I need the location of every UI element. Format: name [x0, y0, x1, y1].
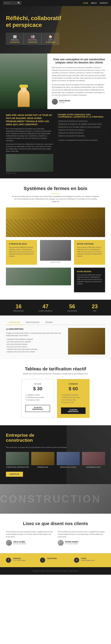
- author-badge: NATE WOOD Founder: [52, 99, 106, 104]
- tab-image: [68, 328, 105, 354]
- ent-img-0: [6, 452, 29, 465]
- address-value: 27 CS Liden Hapen: [13, 560, 26, 561]
- list-item: Systèmes de production de l'importation: [58, 134, 105, 138]
- construction-unique-para2: En tant que leader dans la conception et…: [52, 84, 106, 96]
- house-icon: 🏠: [44, 35, 56, 38]
- stat-1: 47 CLIENTS HEUREUX: [39, 304, 52, 312]
- tab-heading: LA DESCRIPTION: [6, 328, 64, 330]
- ferme-card-1: NOTRE STRATÉGIE Nous proposons différent…: [74, 240, 105, 265]
- ent-label-0: CONCEPTION-CONSTRUCTION: [6, 466, 29, 468]
- voir-plus-button[interactable]: VOIR PLUS: [6, 472, 23, 477]
- nav-about[interactable]: ABOUT: [91, 2, 97, 4]
- tab-content-area: LA DESCRIPTION Curabitur orci tincidunt …: [6, 328, 105, 354]
- search-bar[interactable]: 🔍: [3, 1, 22, 5]
- nav-home[interactable]: HOME: [83, 2, 88, 4]
- hero-icon-link-2[interactable]: En savoir plus: [44, 41, 56, 43]
- pricing-grid: DE BASE $ 30 1 utilisateur complet 1 000…: [6, 379, 105, 418]
- testimonials-grid: Proin sed libero arcu ante non faucibus …: [6, 530, 105, 546]
- author-avatar: [52, 99, 58, 104]
- nav-contact[interactable]: CONTACT: [100, 2, 108, 4]
- author-city-1: 27 CS Liden Hapen: [65, 543, 79, 544]
- tabs-section: DESCRIPTION SPECIFICATIONS REVIEWS LA DE…: [0, 316, 111, 359]
- pays-para2: Lorem ipsum et sit amet arcu. Malesuada …: [6, 143, 53, 152]
- stat-label-3: PRIX: [92, 310, 98, 312]
- entreprise-card-3: INGÉNIEURS CIVILS: [82, 452, 105, 468]
- testimonial-0: Proin sed libero arcu ante non faucibus …: [6, 530, 53, 546]
- footer-phone: 📞 TÉLÉPHONE: [40, 558, 71, 563]
- ferme-img-label: image de Freepik: [40, 262, 71, 263]
- tab-list-item: vulputate amet luctus magna finibus part…: [6, 348, 64, 350]
- location-icon: 📍: [7, 559, 10, 561]
- fermes-divider: [51, 194, 60, 194]
- fermes-section: Systèmes de fermes en bois En tant que l…: [0, 178, 111, 300]
- ent-label-3: INGÉNIEURS CIVILS: [82, 466, 105, 468]
- watermark-text: CONSTRUCTION: [0, 484, 111, 505]
- price-feature: 10 contacts par client: [61, 399, 85, 401]
- tab-content: LA DESCRIPTION Curabitur orci tincidunt …: [6, 328, 64, 354]
- check-item: Experts en aménagement d'environnements …: [58, 139, 105, 142]
- building-icon: 🏢: [9, 35, 21, 38]
- fermes-heading: Systèmes de fermes en bois: [6, 186, 105, 191]
- footer-copyright: Sample text. Click to select the text bo…: [6, 570, 105, 572]
- author-name-1: FRANK KINNEY: [65, 541, 79, 543]
- fermes-grid: À PROPOS DE NOUS Nous proposons différen…: [6, 240, 105, 292]
- buy-basic-button[interactable]: ACHETER MAINTENANT: [26, 405, 50, 412]
- hero-icon-industriel: 🏭 INDUSTRIEL En savoir plus: [24, 33, 41, 45]
- stat-number-0: 16: [13, 304, 24, 310]
- ferme-card-bottom-img: [6, 268, 71, 292]
- price-card-basic: DE BASE $ 30 1 utilisateur complet 1 000…: [22, 379, 54, 418]
- testimonials-section: Lisez ce que disent nos clients Proin se…: [0, 514, 111, 553]
- hero-icon-suite: 🏠 SUITE En savoir plus: [41, 33, 59, 45]
- stat-number-2: 56: [67, 304, 77, 310]
- footer-email: ✉ E-MAIL enterprise@info.com: [74, 558, 105, 563]
- hero-icons: 🏢 IMMEUBLE En savoir plus 🏭 INDUSTRIEL E…: [6, 33, 105, 45]
- construction-unique-heading: Crée une conception et une construction …: [52, 58, 106, 64]
- pays-left: BIEN SÛR, NOUS AVONS FAIT LE TOUR DU PAY…: [6, 114, 53, 174]
- price-feature: 5 contacts par client: [26, 399, 50, 401]
- stat-0: 16 SPÉCIALISTES: [13, 304, 24, 312]
- hero-icon-link-0[interactable]: En savoir plus: [9, 41, 21, 43]
- ent-img-1: [31, 452, 54, 465]
- buy-standard-button[interactable]: ACHETER MAINTENANT: [61, 408, 85, 414]
- pays-img-label: image de Freepik: [6, 172, 53, 174]
- list-item: Équipement de transport des matériaux: [58, 128, 105, 132]
- testimonial-text-0: Proin sed libero arcu ante non faucibus …: [6, 530, 53, 538]
- tab-reviews[interactable]: REVIEWS: [42, 320, 56, 325]
- author-name-0: CÉLIA ALMÉA: [13, 541, 26, 543]
- price-feature: 1 utilisateur complet: [26, 394, 50, 396]
- address-icon: 📍: [6, 558, 11, 563]
- worker-image: [0, 54, 47, 109]
- stats-bar: 16 SPÉCIALISTES 47 CLIENTS HEUREUX 56 CA…: [0, 300, 111, 316]
- footer: 📍 ADRESSE 27 CS Liden Hapen 📞 TÉLÉPHONE …: [0, 553, 111, 575]
- gagner-heading: GAGNER VOTRE CONFIANCE AVEC L'EXPÉRIENCE…: [58, 114, 105, 118]
- list-item: Équipement de scie. Scie table système d…: [58, 126, 105, 128]
- tab-list: molestie nisl viverra aliquam consequat …: [6, 338, 64, 353]
- fermes-roof-image: [6, 208, 105, 237]
- factory-icon: 🏭: [27, 35, 39, 38]
- pricing-heading: Tableau de tarification réactif: [6, 366, 105, 371]
- footer-top: 📍 ADRESSE 27 CS Liden Hapen 📞 TÉLÉPHONE …: [0, 553, 111, 567]
- ent-label-2: ESPACES DE LA VILLE: [57, 466, 80, 468]
- list-item: Équipements de Charpente et de réalisati…: [58, 123, 105, 126]
- address-label: ADRESSE: [13, 558, 26, 559]
- price-tier-1: STANDARD: [61, 383, 85, 385]
- gagner-list: Équipement de production de compresseurs…: [58, 120, 105, 138]
- hero-icon-link-1[interactable]: En savoir plus: [27, 41, 39, 43]
- pays-heading: BIEN SÛR, NOUS AVONS FAIT LE TOUR DU PAY…: [6, 114, 53, 126]
- ferme-card-title-2: NOTRE MISSION: [77, 270, 102, 273]
- testimonial-author-0: CÉLIA ALMÉA 27 CS Liden Hapen: [6, 540, 53, 546]
- navigation: 🔍 HOME ABOUT CONTACT: [0, 0, 111, 6]
- stat-label-2: CAS RÉUSSIS: [67, 310, 77, 312]
- tab-list-item: quis ornare elementum aliquam: [6, 343, 64, 346]
- search-input[interactable]: [4, 2, 18, 4]
- tab-description[interactable]: DESCRIPTION: [6, 320, 23, 325]
- price-feature: 15 utilisateurs complètes: [61, 394, 85, 396]
- testimonial-1: Proin sed libero arcu ante non faucibus …: [58, 530, 105, 546]
- hero-icon-label-1: INDUSTRIEL: [27, 39, 39, 41]
- tab-specifications[interactable]: SPECIFICATIONS: [23, 320, 42, 325]
- entreprise-card-2: ESPACES DE LA VILLE: [57, 452, 80, 468]
- tab-list-item: vulputate amet luctus lorem lorem molest…: [6, 350, 64, 353]
- pricing-section: Tableau de tarification réactif Sample t…: [0, 359, 111, 425]
- phone-icon: 📞: [40, 558, 45, 563]
- price-card-standard: STANDARD $ 60 15 utilisateurs complètes …: [57, 379, 89, 418]
